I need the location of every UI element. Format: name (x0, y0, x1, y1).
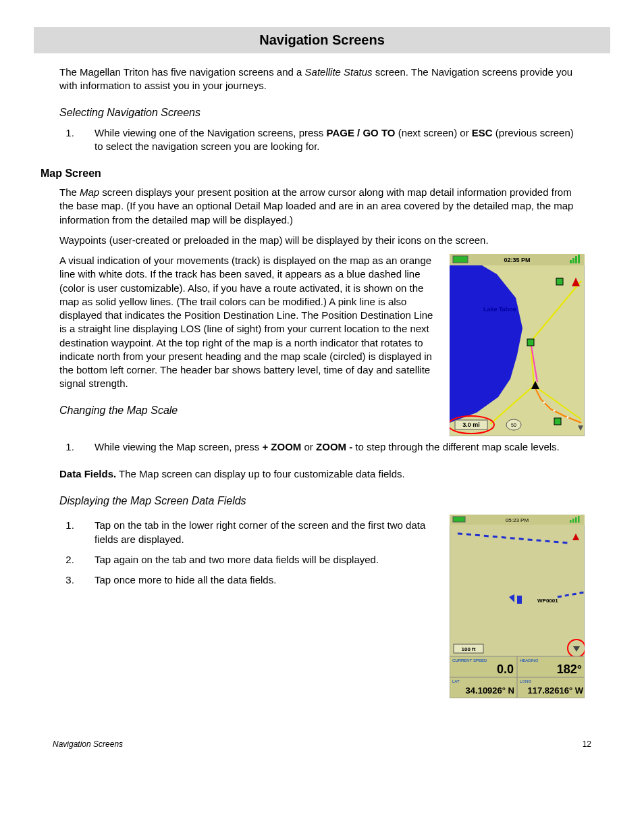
page-title: Navigation Screens (259, 32, 385, 47)
list-item: While viewing one of the Navigation scre… (77, 126, 585, 154)
map-row: A visual indication of your movements (t… (59, 254, 585, 436)
fig2-wp-label: WP0001 (537, 598, 558, 604)
fig2-lat-val: 34.10926° N (466, 685, 514, 696)
footer-section: Navigation Screens (53, 739, 123, 750)
list-item: Tap again on the tab and two more data f… (77, 553, 437, 567)
data-fields-paragraph: Data Fields. The Map screen can display … (59, 467, 585, 481)
map-paragraph-3: A visual indication of your movements (t… (59, 254, 437, 391)
fig2-heading-val: 182° (557, 662, 582, 676)
section-map-screen: Map Screen (41, 166, 585, 181)
svg-rect-15 (556, 278, 563, 285)
svg-rect-16 (527, 339, 534, 346)
footer-page-number: 12 (583, 739, 591, 750)
map-paragraph-2: Waypoints (user-created or preloaded in … (59, 234, 585, 247)
fig2-lat-label: LAT (452, 679, 460, 683)
fig2-scale: 100 ft (462, 646, 476, 652)
fig1-scale: 3.0 mi (462, 421, 480, 428)
map-paragraph-1: The Map screen displays your present pos… (59, 186, 585, 227)
section-changing-scale: Changing the Map Scale (59, 403, 437, 418)
svg-point-14 (567, 417, 569, 419)
fig2-heading-label: HEADING (520, 658, 539, 662)
fig1-lake-label: Lake Tahoe (483, 306, 516, 313)
svg-text:50: 50 (511, 423, 516, 427)
svg-rect-17 (554, 418, 561, 425)
svg-rect-24 (453, 517, 465, 522)
figure-data-fields: 05:23 PM WP0001 100 ft (450, 515, 585, 698)
section-selecting-nav: Selecting Navigation Screens (59, 105, 585, 120)
svg-rect-27 (575, 517, 577, 523)
fig2-speed-val: 0.0 (497, 662, 514, 676)
svg-rect-6 (578, 255, 580, 263)
svg-rect-28 (578, 516, 580, 523)
fig2-speed-label: CURRENT SPEED (452, 658, 487, 662)
list-item: Tap once more to hide all the data field… (77, 573, 437, 587)
display-text-col: Tap on the tab in the lower right corner… (59, 515, 437, 596)
page-content: The Magellan Triton has five navigation … (41, 66, 603, 698)
display-row: Tap on the tab in the lower right corner… (59, 515, 585, 698)
svg-rect-26 (572, 519, 574, 523)
map-text-col: A visual indication of your movements (t… (59, 254, 437, 424)
svg-rect-2 (453, 256, 468, 263)
page-title-bar: Navigation Screens (34, 27, 610, 53)
svg-rect-3 (570, 260, 572, 263)
figure-map-screen: 02:35 PM Lake Tahoe 3.0 mi (450, 254, 585, 436)
list-item: Tap on the tab in the lower right corner… (77, 519, 437, 546)
fig1-time: 02:35 PM (504, 257, 530, 263)
svg-point-13 (554, 410, 556, 412)
fig2-long-label: LONG (520, 679, 531, 683)
fig2-long-val: 117.82616° W (527, 685, 583, 696)
page-footer: Navigation Screens 12 (41, 739, 603, 750)
displaying-fields-list: Tap on the tab in the lower right corner… (77, 519, 437, 587)
svg-rect-5 (575, 256, 577, 263)
selecting-nav-list: While viewing one of the Navigation scre… (77, 126, 585, 154)
svg-point-12 (543, 402, 545, 404)
intro-paragraph: The Magellan Triton has five navigation … (59, 66, 585, 93)
svg-rect-25 (570, 520, 572, 523)
changing-scale-list: While viewing the Map screen, press + ZO… (77, 440, 585, 454)
svg-rect-4 (572, 258, 574, 263)
section-displaying-fields: Displaying the Map Screen Data Fields (59, 494, 585, 509)
list-item: While viewing the Map screen, press + ZO… (77, 440, 585, 454)
fig2-time: 05:23 PM (506, 517, 529, 523)
svg-rect-30 (517, 596, 522, 604)
